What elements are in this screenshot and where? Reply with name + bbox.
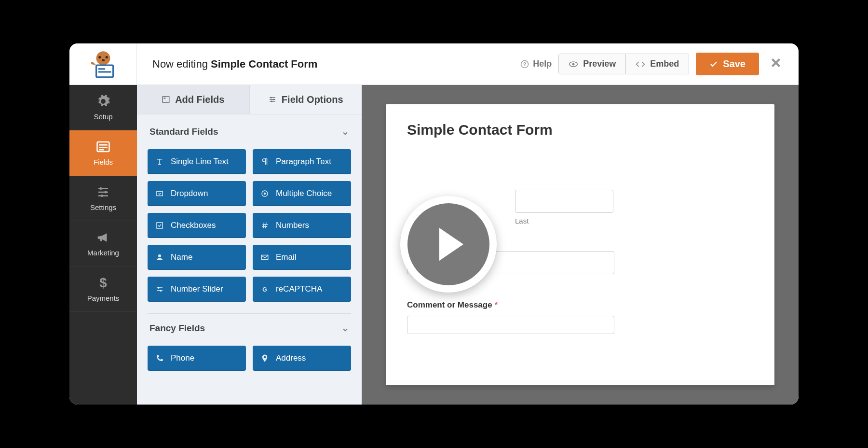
field-label: Email: [276, 252, 297, 262]
field-checkboxes[interactable]: Checkboxes: [148, 213, 246, 238]
play-inner: [407, 203, 489, 285]
eye-icon: [569, 59, 578, 69]
layout-icon: [162, 95, 170, 104]
wpforms-logo-icon: [87, 48, 119, 80]
slider-icon: [155, 285, 164, 294]
preview-embed-group: Preview Embed: [558, 54, 689, 74]
help-label: Help: [533, 59, 552, 69]
play-button[interactable]: [400, 196, 497, 293]
sliders-icon: [96, 185, 110, 199]
preview-button[interactable]: Preview: [559, 54, 625, 74]
svg-point-28: [158, 254, 161, 257]
dropdown-icon: [155, 189, 164, 198]
field-email[interactable]: Email: [253, 245, 351, 270]
field-address[interactable]: Address: [253, 346, 351, 371]
tab-label: Add Fields: [175, 94, 224, 105]
app-window: Now editing Simple Contact Form ? Help P…: [69, 43, 799, 405]
form-preview: Simple Contact Form Last Comment or Mess…: [362, 85, 799, 405]
sidebar-item-payments[interactable]: $ Payments: [69, 266, 137, 312]
svg-rect-6: [98, 71, 111, 72]
embed-label: Embed: [650, 59, 679, 69]
help-link[interactable]: ? Help: [520, 59, 552, 69]
svg-text:$: $: [99, 276, 107, 290]
field-label: Single Line Text: [171, 157, 229, 167]
radio-icon: [260, 189, 269, 198]
sidebar-item-setup[interactable]: Setup: [69, 85, 137, 130]
embed-button[interactable]: Embed: [625, 54, 689, 74]
svg-rect-5: [98, 68, 105, 70]
svg-point-16: [105, 191, 107, 194]
standard-field-grid: Single Line Text Paragraph Text Dropdown…: [148, 143, 351, 310]
field-number-slider[interactable]: Number Slider: [148, 277, 246, 302]
svg-point-2: [105, 56, 108, 58]
name-last-col: Last: [515, 190, 613, 225]
svg-point-15: [100, 187, 102, 190]
hash-icon: [260, 221, 269, 230]
bullhorn-icon: [96, 230, 110, 245]
field-label: Dropdown: [171, 189, 208, 198]
tab-label: Field Options: [282, 94, 343, 105]
sidebar-item-settings[interactable]: Settings: [69, 176, 137, 221]
field-name[interactable]: Name: [148, 245, 246, 270]
svg-point-0: [96, 51, 110, 65]
body: Setup Fields Settings Marketing $ Paymen…: [69, 85, 799, 405]
svg-point-30: [158, 287, 160, 289]
text-icon: [155, 157, 164, 166]
form-title: Simple Contact Form: [407, 122, 753, 147]
save-button[interactable]: Save: [696, 53, 759, 75]
comment-textarea[interactable]: [407, 316, 614, 334]
form-name: Simple Contact Form: [211, 58, 317, 70]
sidebar-label: Fields: [94, 158, 113, 166]
field-dropdown[interactable]: Dropdown: [148, 181, 246, 206]
name-last-input[interactable]: [515, 190, 613, 213]
svg-rect-12: [99, 144, 108, 146]
svg-point-1: [98, 56, 101, 58]
sliders-icon: [268, 95, 277, 104]
help-icon: ?: [520, 60, 529, 69]
pin-icon: [260, 354, 269, 363]
field-label: Phone: [171, 353, 194, 363]
field-recaptcha[interactable]: G reCAPTCHA: [253, 277, 351, 302]
svg-rect-14: [99, 149, 104, 151]
form-icon: [96, 140, 110, 154]
field-numbers[interactable]: Numbers: [253, 213, 351, 238]
field-label: Checkboxes: [171, 221, 216, 230]
close-icon: [770, 56, 782, 69]
field-phone[interactable]: Phone: [148, 346, 246, 371]
field-label: reCAPTCHA: [276, 284, 322, 294]
chevron-down-icon: ⌄: [341, 322, 349, 334]
logo: [69, 43, 137, 85]
field-paragraph-text[interactable]: Paragraph Text: [253, 149, 351, 174]
tab-add-fields[interactable]: Add Fields: [137, 85, 250, 114]
editing-label: Now editing Simple Contact Form: [145, 58, 513, 70]
code-icon: [636, 59, 645, 69]
user-icon: [155, 253, 164, 262]
field-single-line-text[interactable]: Single Line Text: [148, 149, 246, 174]
svg-text:G: G: [262, 286, 267, 293]
sidebar: Setup Fields Settings Marketing $ Paymen…: [69, 85, 137, 405]
close-button[interactable]: [766, 55, 786, 73]
chevron-down-icon: ⌄: [341, 126, 349, 137]
svg-point-23: [271, 100, 272, 102]
mail-icon: [260, 253, 269, 262]
svg-rect-24: [157, 192, 163, 196]
field-label: Numbers: [276, 221, 309, 230]
field-multiple-choice[interactable]: Multiple Choice: [253, 181, 351, 206]
fancy-field-grid: Phone Address: [148, 340, 351, 379]
field-label: Address: [276, 353, 306, 363]
sidebar-item-marketing[interactable]: Marketing: [69, 221, 137, 266]
editing-prefix: Now editing: [152, 58, 208, 70]
panel-tabs: Add Fields Field Options: [137, 85, 362, 114]
save-label: Save: [723, 58, 746, 70]
dollar-icon: $: [96, 276, 110, 290]
tab-field-options[interactable]: Field Options: [250, 85, 362, 114]
sidebar-item-fields[interactable]: Fields: [69, 130, 137, 176]
section-toggle-fancy[interactable]: Fancy Fields ⌄: [148, 313, 351, 340]
comment-label-text: Comment or Message: [407, 300, 492, 309]
sidebar-label: Setup: [94, 112, 112, 121]
check-icon: [709, 60, 718, 69]
svg-rect-13: [99, 147, 108, 148]
section-toggle-standard[interactable]: Standard Fields ⌄: [148, 117, 351, 143]
gear-icon: [96, 94, 110, 109]
svg-rect-27: [157, 223, 163, 228]
